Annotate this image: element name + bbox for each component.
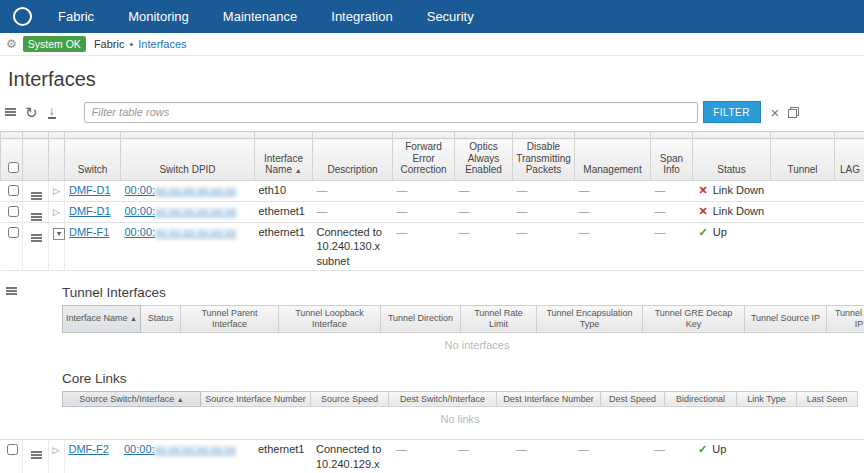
row-select-checkbox[interactable]	[7, 444, 18, 455]
column-header-lag[interactable]: LAG	[835, 139, 864, 181]
switch-link[interactable]: DMF-D1	[69, 184, 111, 196]
column-header-interface-name[interactable]: Interface Name ▲	[255, 139, 313, 181]
row-menu-icon[interactable]	[31, 234, 42, 236]
switch-cell: DMF-F1	[65, 223, 121, 271]
row-select-cell	[1, 223, 23, 271]
sort-asc-icon: ▲	[295, 167, 302, 174]
lag-cell	[835, 201, 864, 222]
nav-item-security[interactable]: Security	[427, 9, 474, 24]
empty-state-text: No interfaces	[63, 332, 864, 353]
span-info-cell: —	[651, 180, 693, 201]
breadcrumb-root[interactable]: Fabric	[94, 38, 125, 50]
lag-cell	[834, 440, 864, 473]
row-menu-icon[interactable]	[31, 451, 42, 453]
column-header-description[interactable]: Description	[313, 139, 393, 181]
column-header-tunnel-dest-ip[interactable]: Tunnel Dest IP	[827, 305, 864, 332]
column-header-span-info[interactable]: Span Info	[651, 139, 693, 181]
dpid-link[interactable]: 00:00:xx:xx:xx:xx:xx:xx	[125, 226, 237, 238]
column-header-tunnel-encap-type[interactable]: Tunnel Encapsulation Type	[537, 305, 643, 332]
row-select-cell	[0, 440, 22, 473]
status-cell: ✕Link Down	[693, 201, 771, 222]
dpid-masked: xx:xx:xx:xx:xx:xx	[155, 226, 236, 238]
column-header-tunnel-parent[interactable]: Tunnel Parent Interface	[181, 305, 279, 332]
columns-icon[interactable]	[788, 107, 799, 118]
column-header-status[interactable]: Status	[693, 139, 771, 181]
row-expand-cell: ▷	[49, 201, 65, 222]
row-menu-cell	[23, 201, 49, 222]
dpid-link[interactable]: 00:00:xx:xx:xx:xx:xx:xx	[125, 205, 237, 217]
table-menu-icon[interactable]	[5, 108, 16, 110]
column-header-fec[interactable]: Forward Error Correction	[393, 139, 455, 181]
span-info-cell: —	[651, 223, 693, 271]
switch-cell: DMF-D1	[65, 201, 121, 222]
column-header-switch-dpid[interactable]: Switch DPID	[121, 139, 255, 181]
switch-link[interactable]: DMF-F2	[69, 443, 109, 455]
column-header-source-interface-number[interactable]: Source Interface Number	[201, 391, 311, 407]
column-header-tunnel[interactable]: Tunnel	[771, 139, 835, 181]
row-menu-icon[interactable]	[31, 213, 42, 215]
nav-item-monitoring[interactable]: Monitoring	[128, 9, 189, 24]
filter-input[interactable]	[84, 102, 698, 123]
clear-filter-icon[interactable]: ×	[771, 105, 780, 120]
collapse-toggle-icon[interactable]: ▼	[53, 228, 65, 240]
system-status-badge[interactable]: System OK	[23, 36, 86, 52]
column-header-management[interactable]: Management	[575, 139, 651, 181]
breadcrumb-current: Interfaces	[138, 38, 186, 50]
column-header-tunnel-rate-limit[interactable]: Tunnel Rate Limit	[461, 305, 537, 332]
column-header-source-switch-interface[interactable]: Source Switch/Interface ▲	[63, 391, 201, 407]
column-header-link-type[interactable]: Link Type	[737, 391, 797, 407]
interface-name-cell: ethernet1	[255, 223, 313, 271]
column-header-status[interactable]: Status	[141, 305, 181, 332]
column-header-switch[interactable]: Switch	[65, 139, 121, 181]
expand-arrow-icon[interactable]: ▷	[53, 186, 60, 198]
interface-name-cell: ethernet1	[255, 201, 313, 222]
switch-cell: DMF-F2	[64, 440, 120, 473]
row-select-checkbox[interactable]	[8, 227, 19, 238]
nav-item-fabric[interactable]: Fabric	[58, 9, 94, 24]
empty-row: No interfaces	[63, 332, 864, 353]
nav-item-integration[interactable]: Integration	[331, 9, 392, 24]
column-header-dest-switch-interface[interactable]: Dest Switch/Interface	[389, 391, 497, 407]
row-select-checkbox[interactable]	[8, 185, 19, 196]
column-header-tunnel-source-ip[interactable]: Tunnel Source IP	[745, 305, 827, 332]
disable-tx-cell: —	[513, 223, 575, 271]
column-header-tunnel-loopback[interactable]: Tunnel Loopback Interface	[279, 305, 381, 332]
interfaces-table-continued: ▷ DMF-F2 00:00:xx:xx:xx:xx:xx:xx etherne…	[0, 439, 864, 473]
core-links-section: Core Links Source Switch/Interface ▲ Sou…	[62, 371, 864, 428]
select-all-checkbox[interactable]	[8, 162, 19, 173]
column-header-dest-speed[interactable]: Dest Speed	[601, 391, 665, 407]
expand-arrow-icon[interactable]: ▷	[53, 207, 60, 219]
dpid-prefix: 00:00:	[125, 184, 156, 196]
nav-item-maintenance[interactable]: Maintenance	[223, 9, 297, 24]
menu-column-header	[23, 139, 49, 181]
dpid-link[interactable]: 00:00:xx:xx:xx:xx:xx:xx	[124, 443, 236, 455]
dpid-link[interactable]: 00:00:xx:xx:xx:xx:xx:xx	[125, 184, 237, 196]
refresh-icon[interactable]: ↻	[25, 105, 38, 120]
expand-arrow-icon[interactable]: ▷	[53, 445, 60, 457]
dpid-masked: xx:xx:xx:xx:xx:xx	[155, 184, 236, 196]
fec-cell: —	[393, 223, 455, 271]
row-menu-icon[interactable]	[31, 192, 42, 194]
column-header-optics[interactable]: Optics Always Enabled	[455, 139, 513, 181]
column-header-interface-name[interactable]: Interface Name ▲	[63, 305, 141, 332]
status-label: Link Down	[713, 184, 764, 196]
link-up-icon: ✓	[699, 226, 708, 238]
switch-link[interactable]: DMF-F1	[69, 226, 109, 238]
column-header-last-seen[interactable]: Last Seen	[797, 391, 858, 407]
tunnel-cell	[771, 201, 835, 222]
filter-button[interactable]: FILTER	[703, 101, 761, 123]
column-header-tunnel-gre-decap-key[interactable]: Tunnel GRE Decap Key	[643, 305, 745, 332]
detail-menu-icon[interactable]	[6, 287, 17, 289]
column-header-tunnel-direction[interactable]: Tunnel Direction	[381, 305, 461, 332]
column-label: Interface Name	[66, 313, 128, 323]
column-header-dest-interface-number[interactable]: Dest Interface Number	[497, 391, 601, 407]
row-select-checkbox[interactable]	[8, 206, 19, 217]
column-header-source-speed[interactable]: Source Speed	[311, 391, 389, 407]
download-icon[interactable]: ↓	[48, 105, 56, 119]
tunnel-cell	[771, 180, 835, 201]
column-header-disable-tx[interactable]: Disable Transmitting Packets	[513, 139, 575, 181]
status-cell: ✓Up	[692, 440, 770, 473]
column-header-bidirectional[interactable]: Bidirectional	[665, 391, 737, 407]
brand-logo-icon[interactable]	[13, 7, 32, 26]
switch-link[interactable]: DMF-D1	[69, 205, 111, 217]
